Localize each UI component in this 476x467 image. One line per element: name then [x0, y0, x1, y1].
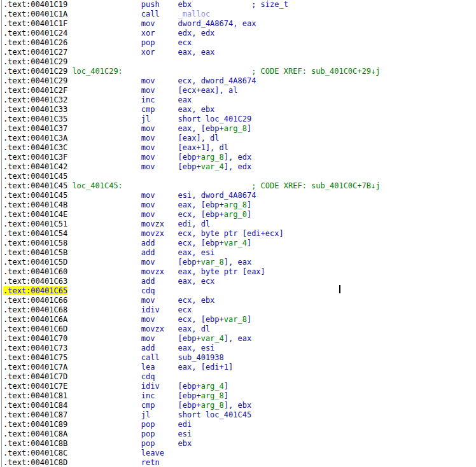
- address[interactable]: .text:00401C35: [3, 115, 67, 123]
- asm-line[interactable]: .text:00401C89 pop edi: [3, 420, 380, 429]
- asm-line[interactable]: .text:00401C8C leave: [3, 449, 380, 458]
- label-or-comment[interactable]: loc_401C45:: [72, 181, 122, 190]
- code-text[interactable]: add eax, esi: [67, 248, 214, 257]
- asm-line[interactable]: .text:00401C29 mov ecx, dword_4A8674: [3, 76, 380, 86]
- asm-line[interactable]: .text:00401C42 mov [ebp+var_4], edx: [3, 162, 380, 172]
- code-text[interactable]: retn: [67, 458, 160, 467]
- code-text[interactable]: mov [ebp+: [67, 334, 201, 343]
- label-or-comment[interactable]: ; CODE XREF: sub_401C0C+7B↓j: [251, 181, 380, 190]
- address[interactable]: .text:00401C45: [3, 172, 67, 181]
- code-text[interactable]: cmp [ebp+: [67, 401, 201, 410]
- address-highlighted[interactable]: .text:00401C65: [3, 286, 67, 295]
- asm-line[interactable]: .text:00401C81 inc [ebp+arg_8]: [3, 391, 380, 401]
- asm-line[interactable]: .text:00401C70 mov [ebp+var_4], eax: [3, 334, 380, 344]
- label-or-comment[interactable]: arg_8: [201, 401, 224, 410]
- asm-line[interactable]: .text:00401C84 cmp [ebp+arg_8], ebx: [3, 401, 380, 410]
- code-text[interactable]: ], edx: [224, 162, 251, 171]
- code-text[interactable]: ]: [247, 239, 251, 247]
- address[interactable]: .text:00401C7E: [3, 382, 67, 391]
- asm-line[interactable]: .text:00401C3A mov [eax], dl: [3, 134, 380, 143]
- asm-line[interactable]: .text:00401C19 push ebx ; size_t: [3, 0, 380, 10]
- asm-line[interactable]: .text:00401C2F mov [ecx+eax], al: [3, 86, 380, 95]
- code-text[interactable]: pop edi: [67, 420, 192, 429]
- code-text[interactable]: call sub_401938: [67, 353, 224, 362]
- asm-line[interactable]: .text:00401C6A mov ecx, [ebp+var_8]: [3, 315, 380, 324]
- asm-line[interactable]: .text:00401C3C mov [eax+1], dl: [3, 143, 380, 153]
- address[interactable]: .text:00401C70: [3, 334, 67, 343]
- label-or-comment[interactable]: var_4: [201, 162, 224, 171]
- code-text[interactable]: ], eax: [224, 258, 251, 267]
- address[interactable]: .text:00401C33: [3, 105, 67, 114]
- code-text[interactable]: ]: [224, 382, 228, 391]
- asm-line[interactable]: .text:00401C29: [3, 57, 380, 67]
- code-text[interactable]: call: [67, 10, 178, 18]
- address[interactable]: .text:00401C29: [3, 57, 67, 66]
- address[interactable]: .text:00401C1A: [3, 10, 67, 18]
- code-text[interactable]: [123, 67, 251, 76]
- address[interactable]: .text:00401C63: [3, 277, 67, 286]
- asm-line[interactable]: .text:00401C33 cmp eax, ebx: [3, 105, 380, 115]
- code-text[interactable]: idiv [ebp+: [67, 382, 201, 391]
- address[interactable]: .text:00401C4E: [3, 210, 67, 219]
- address[interactable]: .text:00401C8A: [3, 429, 67, 438]
- address[interactable]: .text:00401C8C: [3, 449, 67, 457]
- code-text[interactable]: mov [ebp+: [67, 258, 201, 267]
- address[interactable]: .text:00401C58: [3, 239, 67, 247]
- asm-line[interactable]: .text:00401C5B add eax, esi: [3, 248, 380, 258]
- address[interactable]: .text:00401C32: [3, 95, 67, 104]
- code-text[interactable]: lea eax, [edi+1]: [67, 363, 233, 372]
- address[interactable]: .text:00401C73: [3, 344, 67, 352]
- address[interactable]: .text:00401C60: [3, 267, 67, 276]
- code-text[interactable]: ]: [247, 210, 251, 219]
- code-text[interactable]: mov [ebp+: [67, 153, 201, 162]
- asm-line[interactable]: .text:00401C60 movzx eax, byte ptr [eax]: [3, 267, 380, 277]
- label-or-comment[interactable]: arg_0: [224, 210, 247, 219]
- asm-line[interactable]: .text:00401C63 add eax, ecx: [3, 277, 380, 286]
- address[interactable]: .text:00401C5D: [3, 258, 67, 267]
- address[interactable]: .text:00401C89: [3, 420, 67, 429]
- address[interactable]: .text:00401C2F: [3, 86, 67, 95]
- asm-line[interactable]: .text:00401C45 loc_401C45: ; CODE XREF: …: [3, 181, 380, 191]
- asm-line[interactable]: .text:00401C29 loc_401C29: ; CODE XREF: …: [3, 67, 380, 76]
- asm-line[interactable]: .text:00401C35 jl short loc_401C29: [3, 115, 380, 124]
- code-text[interactable]: idiv ecx: [67, 305, 192, 314]
- address[interactable]: .text:00401C24: [3, 29, 67, 38]
- address[interactable]: .text:00401C66: [3, 296, 67, 305]
- address[interactable]: .text:00401C8B: [3, 439, 67, 448]
- code-text[interactable]: push ebx: [67, 0, 251, 9]
- asm-line[interactable]: .text:00401C87 jl short loc_401C45: [3, 410, 380, 420]
- label-or-comment[interactable]: loc_401C29:: [72, 67, 122, 76]
- code-text[interactable]: ]: [247, 124, 251, 133]
- code-text[interactable]: mov ecx, ebx: [67, 296, 214, 305]
- address[interactable]: .text:00401C4B: [3, 200, 67, 209]
- address[interactable]: .text:00401C19: [3, 0, 67, 9]
- code-text[interactable]: mov ecx, [ebp+: [67, 210, 224, 219]
- address[interactable]: .text:00401C45: [3, 181, 72, 190]
- code-text[interactable]: ], ebx: [224, 401, 251, 410]
- code-text[interactable]: movzx eax, byte ptr [eax]: [67, 267, 265, 276]
- code-text[interactable]: cdq: [67, 372, 155, 381]
- address[interactable]: .text:00401C7D: [3, 372, 67, 381]
- asm-line[interactable]: .text:00401C27 xor eax, eax: [3, 48, 380, 57]
- label-or-comment[interactable]: arg_4: [201, 382, 224, 391]
- asm-line[interactable]: .text:00401C7E idiv [ebp+arg_4]: [3, 382, 380, 391]
- asm-line[interactable]: .text:00401C75 call sub_401938: [3, 353, 380, 363]
- label-or-comment[interactable]: ; CODE XREF: sub_401C0C+29↓j: [251, 67, 380, 76]
- label-or-comment[interactable]: var_4: [224, 239, 247, 247]
- disassembly-listing[interactable]: .text:00401C19 push ebx ; size_t.text:00…: [3, 0, 380, 467]
- asm-line[interactable]: .text:00401C58 add ecx, [ebp+var_4]: [3, 239, 380, 248]
- address[interactable]: .text:00401C87: [3, 410, 67, 419]
- address[interactable]: .text:00401C75: [3, 353, 67, 362]
- address[interactable]: .text:00401C37: [3, 124, 67, 133]
- label-or-comment[interactable]: var_8: [224, 315, 247, 324]
- address[interactable]: .text:00401C29: [3, 76, 67, 85]
- asm-line[interactable]: .text:00401C8B pop ebx: [3, 439, 380, 449]
- code-text[interactable]: mov [ebp+: [67, 162, 201, 171]
- address[interactable]: .text:00401C5B: [3, 248, 67, 257]
- code-text[interactable]: pop esi: [67, 429, 192, 438]
- code-text[interactable]: leave: [67, 449, 164, 457]
- code-text[interactable]: mov [eax], dl: [67, 134, 219, 143]
- label-or-comment[interactable]: arg_8: [201, 153, 224, 162]
- asm-line[interactable]: .text:00401C8D retn: [3, 458, 380, 467]
- code-text[interactable]: pop ecx: [67, 38, 192, 47]
